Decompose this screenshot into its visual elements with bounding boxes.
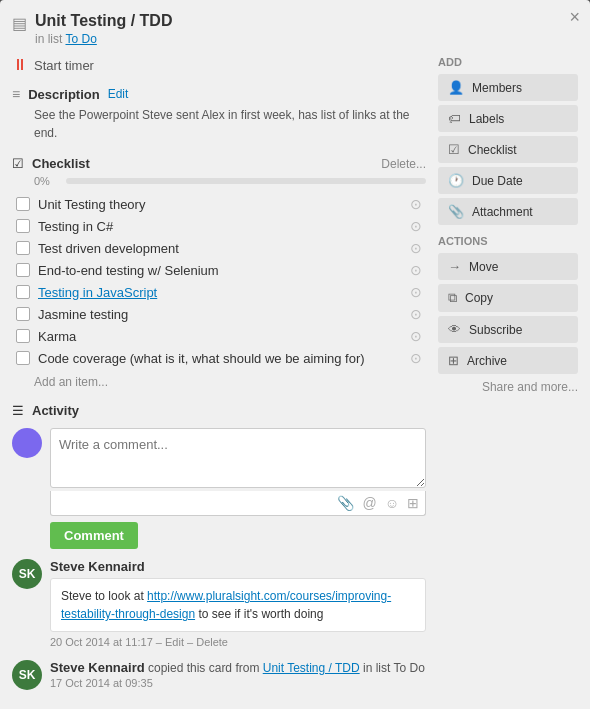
item-action-icon-0[interactable]: ⊙: [410, 196, 422, 212]
subscribe-icon: 👁: [448, 322, 461, 337]
item-text-7: Code coverage (what is it, what should w…: [38, 351, 402, 366]
emoji-toolbar-icon[interactable]: ☺: [385, 495, 399, 511]
attachment-icon: 📎: [448, 204, 464, 219]
item-action-icon-4[interactable]: ⊙: [410, 284, 422, 300]
checklist-title: Checklist: [32, 156, 90, 171]
item-text-5: Jasmine testing: [38, 307, 402, 322]
description-edit-link[interactable]: Edit: [108, 87, 129, 101]
list-item: Testing in C# ⊙: [12, 215, 426, 237]
activity-meta-0: 20 Oct 2014 at 11:17 – Edit – Delete: [50, 636, 426, 648]
members-button[interactable]: 👤 Members: [438, 74, 578, 101]
checkbox-7[interactable]: [16, 351, 30, 365]
checkbox-3[interactable]: [16, 263, 30, 277]
activity-title: Activity: [32, 403, 79, 418]
list-item: Test driven development ⊙: [12, 237, 426, 259]
item-action-icon-1[interactable]: ⊙: [410, 218, 422, 234]
item-action-icon-3[interactable]: ⊙: [410, 262, 422, 278]
item-text-6: Karma: [38, 329, 402, 344]
checkbox-6[interactable]: [16, 329, 30, 343]
checklist-button[interactable]: ☑ Checklist: [438, 136, 578, 163]
due-date-icon: 🕐: [448, 173, 464, 188]
current-user-avatar: [12, 428, 42, 458]
progress-track: [66, 178, 426, 184]
subscribe-label: Subscribe: [469, 323, 522, 337]
close-button[interactable]: ×: [569, 8, 580, 26]
sidebar-add-title: Add: [438, 56, 578, 68]
comment-text-suffix-0: to see if it's worth doing: [195, 607, 323, 621]
move-label: Move: [469, 260, 498, 274]
list-item: Jasmine testing ⊙: [12, 303, 426, 325]
item-action-icon-2[interactable]: ⊙: [410, 240, 422, 256]
description-icon: ≡: [12, 86, 20, 102]
subscribe-button[interactable]: 👁 Subscribe: [438, 316, 578, 343]
comment-delete-link-0[interactable]: Delete: [196, 636, 228, 648]
checkbox-5[interactable]: [16, 307, 30, 321]
attachment-label: Attachment: [472, 205, 533, 219]
list-name-link[interactable]: To Do: [65, 32, 96, 46]
move-button[interactable]: → Move: [438, 253, 578, 280]
description-section: ≡ Description Edit See the Powerpoint St…: [12, 86, 426, 142]
activity-item-0: SK Steve Kennaird Steve to look at http:…: [12, 559, 426, 648]
comment-toolbar: 📎 @ ☺ ⊞: [50, 491, 426, 516]
archive-button[interactable]: ⊞ Archive: [438, 347, 578, 374]
copy-button[interactable]: ⧉ Copy: [438, 284, 578, 312]
checklist-icon: ☑: [12, 156, 24, 171]
list-item: Karma ⊙: [12, 325, 426, 347]
comment-date-0: 20 Oct 2014 at 11:17: [50, 636, 153, 648]
modal-body: ⏸ Start timer ≡ Description Edit See the…: [12, 56, 578, 702]
checkbox-1[interactable]: [16, 219, 30, 233]
card-title: Unit Testing / TDD: [35, 12, 172, 30]
activity-content-0: Steve Kennaird Steve to look at http://w…: [50, 559, 426, 648]
members-label: Members: [472, 81, 522, 95]
item-action-icon-7[interactable]: ⊙: [410, 350, 422, 366]
activity-header: ☰ Activity: [12, 403, 426, 418]
activity-log-1: Steve Kennaird copied this card from Uni…: [50, 660, 426, 689]
attachment-toolbar-icon[interactable]: 📎: [337, 495, 354, 511]
card-icon: ▤: [12, 14, 27, 33]
comment-submit-button[interactable]: Comment: [50, 522, 138, 549]
description-header: ≡ Description Edit: [12, 86, 426, 102]
add-item-link[interactable]: Add an item...: [34, 375, 426, 389]
checklist-section: ☑ Checklist Delete... 0% Unit Testing th…: [12, 156, 426, 389]
comment-box-wrapper: 📎 @ ☺ ⊞ Comment: [50, 428, 426, 549]
archive-icon: ⊞: [448, 353, 459, 368]
comment-box-0: Steve to look at http://www.pluralsight.…: [50, 578, 426, 632]
activity-item-1: SK Steve Kennaird copied this card from …: [12, 660, 426, 690]
item-action-icon-5[interactable]: ⊙: [410, 306, 422, 322]
due-date-button[interactable]: 🕐 Due Date: [438, 167, 578, 194]
comment-input[interactable]: [50, 428, 426, 488]
item-action-icon-6[interactable]: ⊙: [410, 328, 422, 344]
checklist-header: ☑ Checklist Delete...: [12, 156, 426, 171]
avatar-1: SK: [12, 660, 42, 690]
modal-header: ▤ Unit Testing / TDD in list To Do: [12, 12, 578, 46]
list-item: Code coverage (what is it, what should w…: [12, 347, 426, 369]
comment-text-prefix-0: Steve to look at: [61, 589, 147, 603]
checklist-delete-link[interactable]: Delete...: [381, 157, 426, 171]
start-timer-button[interactable]: ⏸ Start timer: [12, 56, 426, 74]
checkbox-0[interactable]: [16, 197, 30, 211]
log-card-link-1[interactable]: Unit Testing / TDD: [263, 661, 360, 675]
card-toolbar-icon[interactable]: ⊞: [407, 495, 419, 511]
progress-bar-container: 0%: [34, 175, 426, 187]
log-time-1: 17 Oct 2014 at 09:35: [50, 677, 426, 689]
labels-button[interactable]: 🏷 Labels: [438, 105, 578, 132]
list-item: Testing in JavaScript ⊙: [12, 281, 426, 303]
activity-icon: ☰: [12, 403, 24, 418]
checkbox-2[interactable]: [16, 241, 30, 255]
checklist-items: Unit Testing theory ⊙ Testing in C# ⊙ Te…: [12, 193, 426, 369]
timer-icon: ⏸: [12, 56, 28, 74]
checklist-sidebar-icon: ☑: [448, 142, 460, 157]
list-item: Unit Testing theory ⊙: [12, 193, 426, 215]
mention-toolbar-icon[interactable]: @: [362, 495, 376, 511]
item-text-2: Test driven development: [38, 241, 402, 256]
copy-icon: ⧉: [448, 290, 457, 306]
comment-edit-link-0[interactable]: Edit: [165, 636, 184, 648]
attachment-button[interactable]: 📎 Attachment: [438, 198, 578, 225]
item-text-0: Unit Testing theory: [38, 197, 402, 212]
log-text-1: copied this card from: [148, 661, 263, 675]
card-subtitle: in list To Do: [35, 32, 172, 46]
item-link-4[interactable]: Testing in JavaScript: [38, 285, 157, 300]
share-more-link[interactable]: Share and more...: [438, 380, 578, 394]
timer-label: Start timer: [34, 58, 94, 73]
checkbox-4[interactable]: [16, 285, 30, 299]
